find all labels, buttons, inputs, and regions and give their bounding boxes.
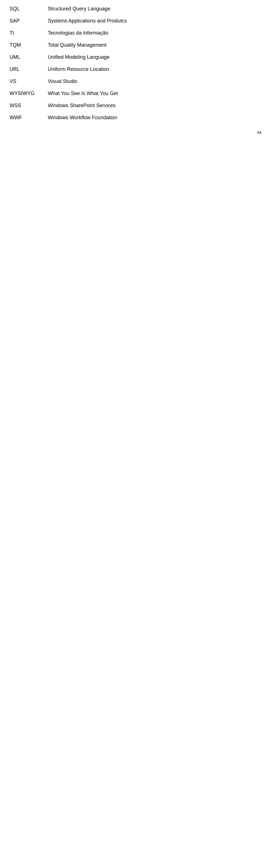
definition-cell: Structured Query Language xyxy=(42,3,262,15)
definition-cell: Tecnologias da Informação xyxy=(42,27,262,39)
acronym-cell: TQM xyxy=(8,39,42,51)
acronym-cell: TI xyxy=(8,27,42,39)
table-row: SQLStructured Query Language xyxy=(8,3,262,15)
acronym-cell: WWF xyxy=(8,112,42,124)
definition-cell: Windows SharePoint Services xyxy=(42,99,262,112)
acronym-cell: URL xyxy=(8,63,42,75)
table-row: UMLUnified Modeling Language xyxy=(8,51,262,63)
definition-cell: Total Quality Management xyxy=(42,39,262,51)
definition-cell: Uniform Resource Location xyxy=(42,63,262,75)
definition-cell: Visual Studio xyxy=(42,75,262,88)
table-row: VSVisual Studio xyxy=(8,75,262,88)
page-number: xx xyxy=(257,130,262,135)
content-area: SQLStructured Query LanguageSAPSystems A… xyxy=(0,0,270,141)
acronym-cell: SQL xyxy=(8,3,42,15)
acronym-cell: WSS xyxy=(8,99,42,112)
acronym-cell: WYSIWYG xyxy=(8,88,42,99)
table-row: TITecnologias da Informação xyxy=(8,27,262,39)
table-row: SAPSystems Applications and Produtcs xyxy=(8,15,262,27)
definition-cell: Systems Applications and Produtcs xyxy=(42,15,262,27)
table-row: WSSWindows SharePoint Services xyxy=(8,99,262,112)
definition-cell: Windows Workflow Foundation xyxy=(42,112,262,124)
acronym-cell: UML xyxy=(8,51,42,63)
table-row: WWFWindows Workflow Foundation xyxy=(8,112,262,124)
definition-cell: What You See Is What You Get xyxy=(42,88,262,99)
acronym-table: SQLStructured Query LanguageSAPSystems A… xyxy=(8,3,262,124)
definition-cell: Unified Modeling Language xyxy=(42,51,262,63)
acronym-cell: VS xyxy=(8,75,42,88)
acronym-cell: SAP xyxy=(8,15,42,27)
table-row: WYSIWYGWhat You See Is What You Get xyxy=(8,88,262,99)
table-row: TQMTotal Quality Management xyxy=(8,39,262,51)
table-row: URLUniform Resource Location xyxy=(8,63,262,75)
